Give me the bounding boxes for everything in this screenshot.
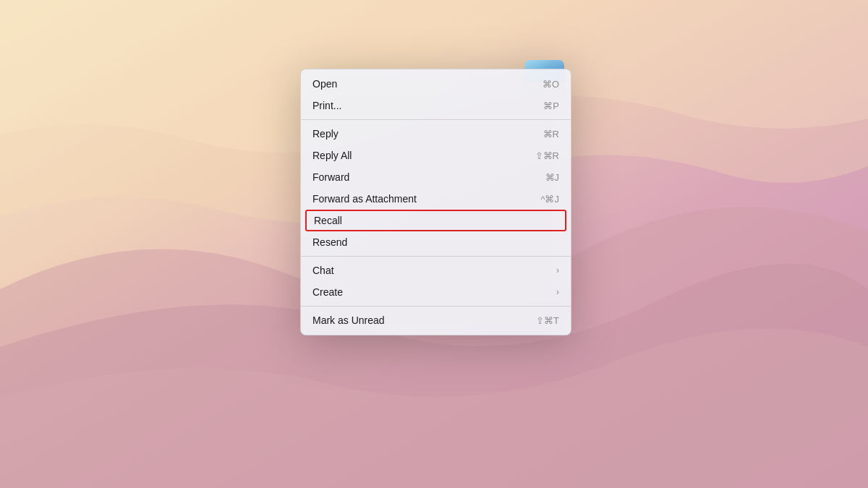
menu-item-open-label: Open: [312, 78, 337, 90]
menu-item-print-label: Print...: [312, 100, 341, 111]
menu-item-chat[interactable]: Chat ›: [301, 260, 571, 281]
context-menu-wrapper: Open ⌘O Print... ⌘P Reply ⌘R Reply All ⇧…: [300, 69, 571, 335]
menu-item-open-shortcut: ⌘O: [542, 79, 559, 90]
menu-item-reply-label: Reply: [312, 128, 339, 140]
menu-item-resend-label: Resend: [312, 236, 347, 248]
menu-item-resend[interactable]: Resend: [301, 231, 571, 253]
menu-item-reply[interactable]: Reply ⌘R: [301, 123, 571, 145]
menu-item-print-shortcut: ⌘P: [543, 100, 559, 111]
create-submenu-arrow: ›: [556, 287, 559, 297]
menu-item-forward-as-attachment-label: Forward as Attachment: [312, 193, 417, 205]
separator-3: [301, 306, 571, 307]
menu-item-mark-as-unread[interactable]: Mark as Unread ⇧⌘T: [301, 309, 571, 331]
menu-item-forward-label: Forward: [312, 171, 349, 183]
chat-submenu-arrow: ›: [556, 265, 559, 275]
separator-2: [301, 256, 571, 257]
separator-1: [301, 119, 571, 120]
menu-item-mark-as-unread-shortcut: ⇧⌘T: [536, 315, 559, 326]
menu-item-create[interactable]: Create ›: [301, 281, 571, 303]
menu-item-mark-as-unread-label: Mark as Unread: [312, 314, 385, 326]
menu-item-recall[interactable]: Recall: [305, 210, 566, 231]
menu-item-reply-all[interactable]: Reply All ⇧⌘R: [301, 145, 571, 166]
menu-item-create-label: Create: [312, 286, 343, 298]
menu-item-open[interactable]: Open ⌘O: [301, 73, 571, 95]
menu-item-chat-label: Chat: [312, 265, 334, 276]
menu-item-forward-shortcut: ⌘J: [545, 172, 560, 183]
menu-item-forward-as-attachment-shortcut: ^⌘J: [540, 194, 559, 205]
menu-item-reply-all-shortcut: ⇧⌘R: [535, 150, 559, 161]
menu-item-reply-shortcut: ⌘R: [543, 129, 559, 140]
menu-item-reply-all-label: Reply All: [312, 150, 352, 161]
menu-item-forward-as-attachment[interactable]: Forward as Attachment ^⌘J: [301, 188, 571, 210]
menu-item-recall-label: Recall: [314, 215, 342, 226]
context-menu: Open ⌘O Print... ⌘P Reply ⌘R Reply All ⇧…: [300, 69, 571, 335]
menu-item-print[interactable]: Print... ⌘P: [301, 95, 571, 116]
menu-item-forward[interactable]: Forward ⌘J: [301, 166, 571, 188]
